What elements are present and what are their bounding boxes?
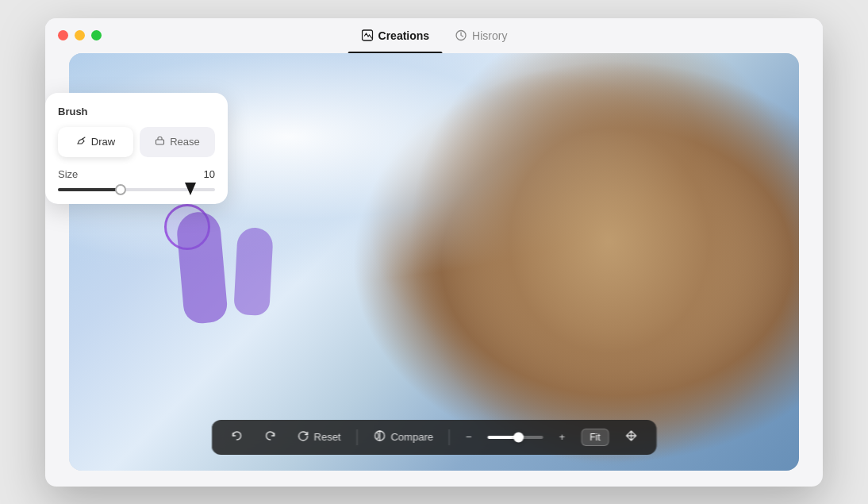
reset-label: Reset: [314, 431, 341, 443]
compare-label: Compare: [390, 431, 432, 443]
tab-history-label: Hisrory: [472, 29, 507, 42]
minimize-button[interactable]: [75, 30, 85, 40]
zoom-slider[interactable]: [488, 436, 543, 439]
redo-icon: [264, 429, 277, 444]
content-area: Brush Draw: [45, 53, 823, 487]
size-value: 10: [204, 168, 215, 180]
tab-creations[interactable]: Creations: [348, 18, 443, 53]
zoom-in-button[interactable]: +: [555, 428, 570, 446]
bottom-toolbar: Reset Compare −: [212, 420, 657, 455]
fit-label: Fit: [590, 432, 600, 443]
erase-label: Rease: [170, 136, 200, 148]
zoom-out-button[interactable]: −: [461, 428, 477, 446]
compare-button[interactable]: Compare: [368, 426, 437, 448]
zoom-slider-container: [488, 436, 543, 439]
draw-button[interactable]: Draw: [58, 127, 133, 157]
zoom-out-icon: −: [466, 431, 472, 443]
redo-button[interactable]: [259, 426, 282, 448]
draw-label: Draw: [91, 136, 115, 148]
toolbar-divider-2: [449, 429, 450, 445]
move-icon: [624, 429, 637, 444]
erase-button[interactable]: Rease: [140, 127, 215, 157]
fit-button[interactable]: Fit: [581, 429, 609, 446]
paint-stroke-1: [175, 210, 229, 324]
undo-button[interactable]: [226, 426, 248, 448]
reset-icon: [298, 430, 309, 444]
person-area: [325, 53, 799, 471]
app-window: Creations Hisrory Brush: [45, 18, 823, 487]
zoom-in-icon: +: [559, 431, 566, 443]
size-slider-thumb: [115, 184, 126, 195]
size-row: Size 10: [58, 168, 215, 180]
titlebar: Creations Hisrory: [45, 18, 823, 53]
draw-icon: [76, 136, 86, 148]
undo-icon: [231, 429, 244, 444]
brush-panel-title: Brush: [58, 106, 215, 117]
erase-icon: [155, 136, 165, 148]
size-slider-fill: [58, 188, 121, 191]
tab-history[interactable]: Hisrory: [442, 18, 520, 53]
toolbar-divider-1: [356, 429, 357, 445]
svg-rect-2: [156, 140, 164, 144]
history-tab-icon: [455, 29, 467, 42]
brush-buttons: Draw Rease: [58, 127, 215, 157]
reset-button[interactable]: Reset: [293, 427, 346, 448]
move-button[interactable]: [620, 426, 642, 448]
brush-panel: Brush Draw: [45, 93, 228, 204]
compare-icon: [373, 429, 386, 444]
creations-tab-icon: [361, 29, 374, 42]
maximize-button[interactable]: [91, 30, 102, 40]
close-button[interactable]: [58, 30, 68, 40]
traffic-lights: [58, 30, 102, 40]
tabs-bar: Creations Hisrory: [348, 18, 520, 53]
zoom-slider-thumb: [513, 432, 524, 442]
paint-stroke-2: [233, 226, 274, 315]
paint-marks: [133, 196, 307, 371]
tab-creations-label: Creations: [378, 29, 430, 42]
size-label: Size: [58, 168, 78, 180]
